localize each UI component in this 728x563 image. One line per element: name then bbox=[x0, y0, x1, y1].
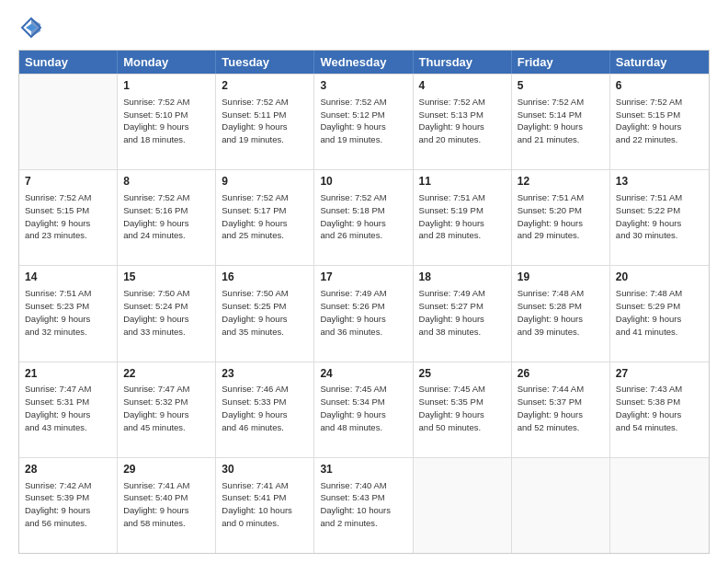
cell-info: Sunrise: 7:52 AMSunset: 5:16 PMDaylight:… bbox=[123, 191, 210, 242]
cell-info: Sunrise: 7:42 AMSunset: 5:39 PMDaylight:… bbox=[25, 479, 111, 530]
cell-info: Sunrise: 7:52 AMSunset: 5:18 PMDaylight:… bbox=[320, 191, 406, 242]
day-cell-13: 13Sunrise: 7:51 AMSunset: 5:22 PMDayligh… bbox=[610, 170, 709, 265]
day-cell-27: 27Sunrise: 7:43 AMSunset: 5:38 PMDayligh… bbox=[610, 362, 709, 457]
day-number: 20 bbox=[616, 270, 703, 285]
day-number: 18 bbox=[419, 270, 506, 285]
day-number: 11 bbox=[419, 174, 506, 190]
calendar-row-3: 14Sunrise: 7:51 AMSunset: 5:23 PMDayligh… bbox=[19, 265, 709, 361]
cell-info: Sunrise: 7:52 AMSunset: 5:12 PMDaylight:… bbox=[320, 96, 406, 146]
day-number: 6 bbox=[616, 78, 703, 94]
cell-info: Sunrise: 7:47 AMSunset: 5:31 PMDaylight:… bbox=[25, 383, 111, 433]
day-cell-22: 22Sunrise: 7:47 AMSunset: 5:32 PMDayligh… bbox=[118, 362, 216, 457]
cell-info: Sunrise: 7:52 AMSunset: 5:13 PMDaylight:… bbox=[419, 96, 506, 146]
day-cell-7: 7Sunrise: 7:52 AMSunset: 5:15 PMDaylight… bbox=[19, 170, 118, 265]
weekday-header-tuesday: Tuesday bbox=[216, 51, 314, 74]
day-number: 22 bbox=[123, 366, 210, 382]
logo-icon bbox=[18, 15, 44, 40]
day-number: 23 bbox=[222, 366, 308, 382]
day-cell-4: 4Sunrise: 7:52 AMSunset: 5:13 PMDaylight… bbox=[414, 75, 512, 169]
cell-info: Sunrise: 7:50 AMSunset: 5:25 PMDaylight:… bbox=[222, 287, 308, 338]
day-cell-20: 20Sunrise: 7:48 AMSunset: 5:29 PMDayligh… bbox=[610, 266, 709, 361]
calendar-row-4: 21Sunrise: 7:47 AMSunset: 5:31 PMDayligh… bbox=[19, 362, 709, 457]
day-number: 27 bbox=[616, 366, 703, 382]
day-number: 5 bbox=[518, 78, 604, 94]
day-number: 24 bbox=[320, 366, 406, 382]
day-cell-26: 26Sunrise: 7:44 AMSunset: 5:37 PMDayligh… bbox=[512, 362, 610, 457]
day-number: 9 bbox=[222, 174, 308, 190]
day-cell-12: 12Sunrise: 7:51 AMSunset: 5:20 PMDayligh… bbox=[512, 170, 610, 265]
day-cell-8: 8Sunrise: 7:52 AMSunset: 5:16 PMDaylight… bbox=[118, 170, 216, 265]
empty-cell bbox=[19, 75, 118, 169]
day-number: 14 bbox=[25, 270, 111, 285]
calendar-header-row: SundayMondayTuesdayWednesdayThursdayFrid… bbox=[19, 51, 709, 74]
day-number: 31 bbox=[320, 462, 406, 477]
weekday-header-friday: Friday bbox=[512, 51, 610, 74]
weekday-header-saturday: Saturday bbox=[610, 51, 709, 74]
day-cell-10: 10Sunrise: 7:52 AMSunset: 5:18 PMDayligh… bbox=[314, 170, 413, 265]
day-cell-18: 18Sunrise: 7:49 AMSunset: 5:27 PMDayligh… bbox=[414, 266, 512, 361]
day-number: 25 bbox=[419, 366, 506, 382]
day-cell-17: 17Sunrise: 7:49 AMSunset: 5:26 PMDayligh… bbox=[314, 266, 413, 361]
day-cell-24: 24Sunrise: 7:45 AMSunset: 5:34 PMDayligh… bbox=[314, 362, 413, 457]
calendar-row-5: 28Sunrise: 7:42 AMSunset: 5:39 PMDayligh… bbox=[19, 457, 709, 553]
day-number: 21 bbox=[25, 366, 111, 382]
logo bbox=[18, 15, 46, 40]
cell-info: Sunrise: 7:52 AMSunset: 5:15 PMDaylight:… bbox=[25, 191, 111, 242]
day-cell-14: 14Sunrise: 7:51 AMSunset: 5:23 PMDayligh… bbox=[19, 266, 118, 361]
day-cell-29: 29Sunrise: 7:41 AMSunset: 5:40 PMDayligh… bbox=[118, 458, 216, 553]
day-number: 3 bbox=[320, 78, 406, 94]
calendar-row-1: 1Sunrise: 7:52 AMSunset: 5:10 PMDaylight… bbox=[19, 74, 709, 169]
cell-info: Sunrise: 7:48 AMSunset: 5:28 PMDaylight:… bbox=[518, 287, 604, 338]
day-number: 15 bbox=[123, 270, 210, 285]
cell-info: Sunrise: 7:52 AMSunset: 5:11 PMDaylight:… bbox=[222, 96, 308, 146]
cell-info: Sunrise: 7:51 AMSunset: 5:23 PMDaylight:… bbox=[25, 287, 111, 338]
page: SundayMondayTuesdayWednesdayThursdayFrid… bbox=[0, 0, 728, 563]
day-cell-6: 6Sunrise: 7:52 AMSunset: 5:15 PMDaylight… bbox=[610, 75, 709, 169]
day-cell-1: 1Sunrise: 7:52 AMSunset: 5:10 PMDaylight… bbox=[118, 75, 216, 169]
empty-cell bbox=[610, 458, 709, 553]
calendar: SundayMondayTuesdayWednesdayThursdayFrid… bbox=[18, 50, 710, 554]
day-number: 4 bbox=[419, 78, 506, 94]
header bbox=[18, 15, 710, 40]
day-number: 29 bbox=[123, 462, 210, 477]
cell-info: Sunrise: 7:52 AMSunset: 5:17 PMDaylight:… bbox=[222, 191, 308, 242]
calendar-row-2: 7Sunrise: 7:52 AMSunset: 5:15 PMDaylight… bbox=[19, 169, 709, 265]
cell-info: Sunrise: 7:50 AMSunset: 5:24 PMDaylight:… bbox=[123, 287, 210, 338]
day-number: 13 bbox=[616, 174, 703, 190]
day-cell-15: 15Sunrise: 7:50 AMSunset: 5:24 PMDayligh… bbox=[118, 266, 216, 361]
cell-info: Sunrise: 7:52 AMSunset: 5:15 PMDaylight:… bbox=[616, 96, 703, 146]
cell-info: Sunrise: 7:40 AMSunset: 5:43 PMDaylight:… bbox=[320, 479, 406, 530]
cell-info: Sunrise: 7:48 AMSunset: 5:29 PMDaylight:… bbox=[616, 287, 703, 338]
day-cell-9: 9Sunrise: 7:52 AMSunset: 5:17 PMDaylight… bbox=[216, 170, 314, 265]
day-cell-23: 23Sunrise: 7:46 AMSunset: 5:33 PMDayligh… bbox=[216, 362, 314, 457]
cell-info: Sunrise: 7:51 AMSunset: 5:22 PMDaylight:… bbox=[616, 191, 703, 242]
weekday-header-sunday: Sunday bbox=[19, 51, 118, 74]
calendar-body: 1Sunrise: 7:52 AMSunset: 5:10 PMDaylight… bbox=[19, 74, 709, 553]
day-cell-30: 30Sunrise: 7:41 AMSunset: 5:41 PMDayligh… bbox=[216, 458, 314, 553]
cell-info: Sunrise: 7:43 AMSunset: 5:38 PMDaylight:… bbox=[616, 383, 703, 433]
cell-info: Sunrise: 7:46 AMSunset: 5:33 PMDaylight:… bbox=[222, 383, 308, 433]
weekday-header-thursday: Thursday bbox=[414, 51, 512, 74]
day-cell-11: 11Sunrise: 7:51 AMSunset: 5:19 PMDayligh… bbox=[414, 170, 512, 265]
cell-info: Sunrise: 7:51 AMSunset: 5:19 PMDaylight:… bbox=[419, 191, 506, 242]
cell-info: Sunrise: 7:49 AMSunset: 5:27 PMDaylight:… bbox=[419, 287, 506, 338]
empty-cell bbox=[512, 458, 610, 553]
day-number: 8 bbox=[123, 174, 210, 190]
day-cell-19: 19Sunrise: 7:48 AMSunset: 5:28 PMDayligh… bbox=[512, 266, 610, 361]
day-number: 16 bbox=[222, 270, 308, 285]
cell-info: Sunrise: 7:41 AMSunset: 5:41 PMDaylight:… bbox=[222, 479, 308, 530]
day-number: 19 bbox=[518, 270, 604, 285]
empty-cell bbox=[414, 458, 512, 553]
day-cell-3: 3Sunrise: 7:52 AMSunset: 5:12 PMDaylight… bbox=[314, 75, 413, 169]
day-number: 17 bbox=[320, 270, 406, 285]
day-number: 1 bbox=[123, 78, 210, 94]
cell-info: Sunrise: 7:49 AMSunset: 5:26 PMDaylight:… bbox=[320, 287, 406, 338]
day-cell-28: 28Sunrise: 7:42 AMSunset: 5:39 PMDayligh… bbox=[19, 458, 118, 553]
day-number: 12 bbox=[518, 174, 604, 190]
day-number: 26 bbox=[518, 366, 604, 382]
cell-info: Sunrise: 7:41 AMSunset: 5:40 PMDaylight:… bbox=[123, 479, 210, 530]
day-number: 2 bbox=[222, 78, 308, 94]
cell-info: Sunrise: 7:44 AMSunset: 5:37 PMDaylight:… bbox=[518, 383, 604, 433]
cell-info: Sunrise: 7:52 AMSunset: 5:10 PMDaylight:… bbox=[123, 96, 210, 146]
day-number: 7 bbox=[25, 174, 111, 190]
